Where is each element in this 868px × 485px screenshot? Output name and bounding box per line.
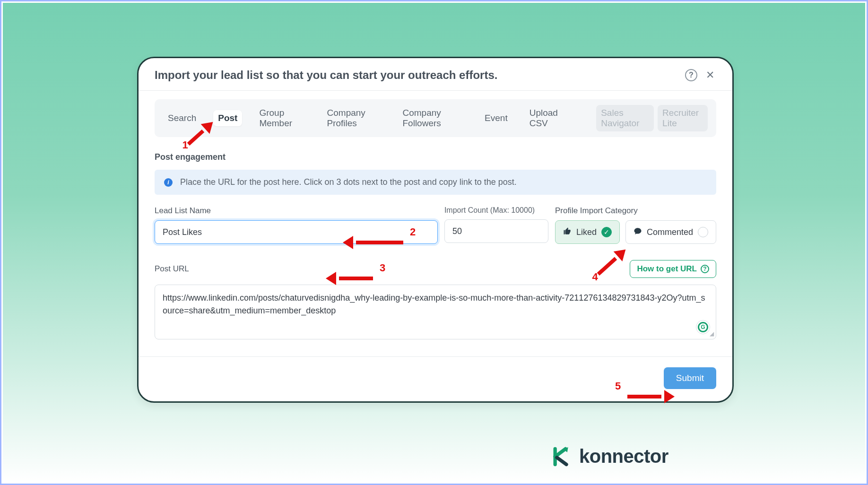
help-circle-icon: ? [701,265,709,273]
brand-logo: konnector [551,446,668,467]
resize-handle-icon[interactable]: ◢ [710,329,714,338]
tab-company-followers[interactable]: Company Followers [398,105,468,131]
import-leads-modal: Import your lead list so that you can st… [137,57,734,403]
tab-company-profiles[interactable]: Company Profiles [322,105,386,131]
section-title: Post engagement [155,152,716,162]
modal-body: Search Post Group Member Company Profile… [139,91,732,343]
lead-list-label: Lead List Name [155,206,438,216]
annotation-arrow-3: 3 [326,272,385,285]
submit-button[interactable]: Submit [664,367,716,389]
post-url-value: https://www.linkedin.com/posts/chaturved… [163,293,705,315]
tab-sales-navigator: Sales Navigator [596,105,654,131]
annotation-arrow-5: 5 [615,390,675,403]
category-commented-label: Commented [647,227,693,237]
category-label: Profile Import Category [555,206,716,216]
annotation-label-3: 3 [380,262,385,274]
annotation-label-5: 5 [615,380,621,392]
brand-name: konnector [579,446,668,467]
annotation-label-2: 2 [410,226,416,238]
thumbs-up-icon [563,227,572,238]
comment-icon [634,227,642,238]
category-buttons: Liked ✓ Commented [555,220,716,244]
check-circle-icon: ✓ [601,227,612,237]
radio-unchecked-icon [698,227,708,237]
import-count-field: Import Count (Max: 10000) [444,206,548,243]
import-count-label: Import Count (Max: 10000) [444,206,548,215]
fields-row: Lead List Name Import Count (Max: 10000)… [155,206,716,244]
tab-group-member[interactable]: Group Member [254,105,310,131]
info-text: Place the URL for the post here. Click o… [180,177,517,187]
annotation-arrow-2: 2 [343,236,416,249]
tab-search[interactable]: Search [163,110,201,126]
modal-title: Import your lead list so that you can st… [155,69,678,82]
annotation-label-4: 4 [592,271,598,283]
post-url-label: Post URL [155,264,189,274]
import-count-input[interactable] [444,219,548,243]
help-icon[interactable]: ? [685,69,697,81]
annotation-label-1: 1 [182,139,188,151]
modal-header: Import your lead list so that you can st… [139,58,732,90]
post-url-row: Post URL How to get URL ? [155,260,716,278]
import-source-tabs: Search Post Group Member Company Profile… [155,99,716,137]
tab-recruiter-lite: Recruiter Lite [658,105,708,131]
category-commented-button[interactable]: Commented [625,220,716,244]
post-url-textarea[interactable]: https://www.linkedin.com/posts/chaturved… [155,285,716,339]
brand-mark-icon [551,446,572,467]
close-icon[interactable]: ✕ [704,69,716,81]
tab-post[interactable]: Post [213,110,242,126]
category-field: Profile Import Category Liked ✓ Commente [555,206,716,244]
tab-upload-csv[interactable]: Upload CSV [525,105,572,131]
info-banner: i Place the URL for the post here. Click… [155,170,716,195]
info-icon: i [164,178,173,187]
grammarly-icon[interactable]: G [696,320,710,334]
howto-label: How to get URL [637,264,697,274]
how-to-get-url-button[interactable]: How to get URL ? [630,260,716,278]
tab-event[interactable]: Event [480,110,512,126]
category-liked-button[interactable]: Liked ✓ [555,220,620,244]
category-liked-label: Liked [576,227,597,237]
